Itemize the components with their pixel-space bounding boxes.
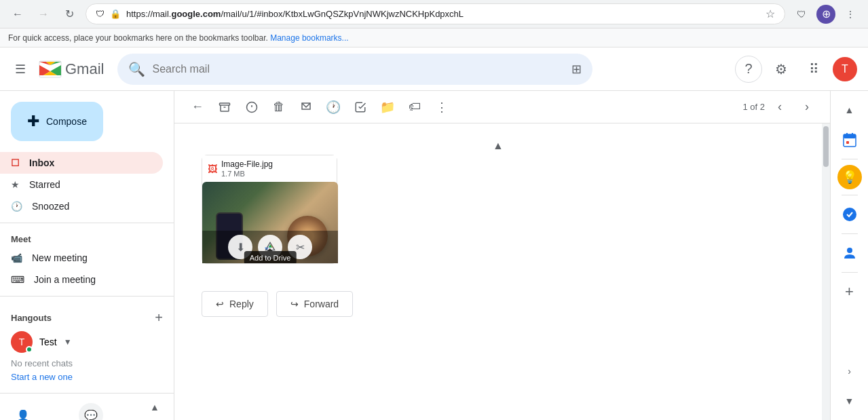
reply-icon: ↩ xyxy=(216,299,224,309)
forward-icon: ↪ xyxy=(290,299,299,309)
prev-email-button[interactable]: ‹ xyxy=(768,95,792,119)
gmail-m-icon xyxy=(38,57,62,81)
snooze-button[interactable]: 🕐 xyxy=(321,95,345,119)
reload-button[interactable]: ↻ xyxy=(60,5,79,24)
email-actions: ↩ Reply ↪ Forward xyxy=(202,280,795,328)
scrollbar-thumb[interactable] xyxy=(823,126,829,167)
scroll-down-button[interactable]: ▼ xyxy=(147,415,163,420)
mark-unread-button[interactable] xyxy=(294,95,318,119)
svg-point-14 xyxy=(847,248,852,253)
start-new-link[interactable]: Start a new one xyxy=(0,370,83,383)
next-email-button[interactable]: › xyxy=(795,95,819,119)
reply-label: Reply xyxy=(229,299,254,309)
sidebar-item-new-meeting[interactable]: 📹 New meeting xyxy=(0,247,163,269)
scroll-arrows: ▲ ▼ xyxy=(147,399,163,420)
email-content: ▲ 🖼 Image-File.jpg 1.7 MB xyxy=(174,123,822,420)
help-button[interactable]: ? xyxy=(735,56,762,83)
compose-button[interactable]: ✚ Compose xyxy=(11,102,103,141)
no-chats-text: No recent chats xyxy=(0,356,174,371)
delete-button[interactable]: 🗑 xyxy=(267,95,291,119)
shield-browser-icon[interactable]: 🛡 xyxy=(792,5,811,24)
attachment-image-preview: ⬇ xyxy=(202,182,338,263)
scrollbar-track[interactable] xyxy=(822,123,830,420)
search-icon: 🔍 xyxy=(128,61,145,77)
calendar-app-icon[interactable] xyxy=(836,126,863,153)
svg-rect-12 xyxy=(846,141,849,144)
sidebar-item-snoozed[interactable]: 🕐 Snoozed xyxy=(0,195,163,217)
sidebar-item-inbox[interactable]: ☐ Inbox xyxy=(0,152,163,174)
lock-icon: 🔒 xyxy=(110,9,121,19)
starred-label: Starred xyxy=(29,179,60,190)
menu-icon[interactable]: ⋮ xyxy=(841,5,860,24)
person-icon-button[interactable]: 👤 xyxy=(11,403,35,420)
sidebar-item-starred[interactable]: ★ Starred xyxy=(0,174,163,195)
forward-label: Forward xyxy=(304,299,339,309)
keep-app-icon[interactable]: 💡 xyxy=(837,165,862,189)
shield-icon: 🛡 xyxy=(96,9,105,19)
attachment-header: 🖼 Image-File.jpg 1.7 MB xyxy=(202,155,337,182)
snoozed-label: Snoozed xyxy=(32,201,69,212)
snoozed-icon: 🕐 xyxy=(11,201,22,212)
drive-button-container: Add to Drive xyxy=(258,235,282,259)
hangouts-add-button[interactable]: + xyxy=(155,310,163,326)
manage-bookmarks-link[interactable]: Manage bookmarks... xyxy=(270,33,348,43)
bookmarks-text: For quick access, place your bookmarks h… xyxy=(8,33,268,43)
forward-button[interactable]: ↪ Forward xyxy=(276,291,353,317)
attachment-size: 1.7 MB xyxy=(221,170,273,178)
profile-icon[interactable]: ⊕ xyxy=(816,5,835,24)
back-to-inbox-button[interactable]: ← xyxy=(185,95,210,119)
expand-sidebar-button[interactable]: › xyxy=(836,358,863,385)
inbox-label: Inbox xyxy=(29,157,54,168)
contacts-app-icon[interactable] xyxy=(836,240,863,267)
settings-button[interactable]: ⚙ xyxy=(768,56,795,83)
reply-button[interactable]: ↩ Reply xyxy=(202,291,268,317)
add-app-icon[interactable]: + xyxy=(836,278,863,305)
more-options-button[interactable]: ⋮ xyxy=(430,95,454,119)
video-icon: 📹 xyxy=(11,252,22,263)
hangouts-user[interactable]: T Test ▼ xyxy=(0,328,174,356)
search-input[interactable] xyxy=(152,63,565,75)
scroll-up-area: ▲ xyxy=(202,137,795,155)
tasks-app-icon[interactable] xyxy=(836,201,863,228)
hangouts-divider xyxy=(0,296,174,297)
bookmark-star-button[interactable]: ☆ xyxy=(766,7,775,20)
right-sidebar-scroll-down[interactable]: ▼ xyxy=(836,387,863,415)
email-panel: ← 🗑 🕐 📁 🏷 ⋮ 1 of 2 xyxy=(174,91,830,420)
right-sidebar-divider-4 xyxy=(842,272,858,273)
scroll-up-content-button[interactable]: ▲ xyxy=(493,140,504,152)
report-spam-button[interactable] xyxy=(240,95,264,119)
apps-button[interactable]: ⠿ xyxy=(800,56,827,83)
gmail-logo[interactable]: Gmail xyxy=(38,57,104,81)
chat-icon-button[interactable]: 💬 xyxy=(79,403,103,420)
avatar[interactable]: T xyxy=(833,57,857,81)
sidebar-item-join-meeting[interactable]: ⌨ Join a meeting xyxy=(0,269,163,290)
scroll-up-button[interactable]: ▲ xyxy=(147,399,163,415)
compose-label: Compose xyxy=(46,116,87,127)
hangouts-header: Hangouts + xyxy=(0,307,174,328)
archive-button[interactable] xyxy=(212,95,237,119)
labels-button[interactable]: 🏷 xyxy=(402,95,427,119)
attachment-card[interactable]: 🖼 Image-File.jpg 1.7 MB xyxy=(202,155,337,264)
compose-plus-icon: ✚ xyxy=(27,113,39,130)
right-sidebar-divider-2 xyxy=(842,195,858,195)
svg-rect-9 xyxy=(844,134,856,138)
back-button[interactable]: ← xyxy=(8,5,27,24)
keyboard-icon: ⌨ xyxy=(11,274,24,285)
starred-icon: ★ xyxy=(11,179,20,190)
right-sidebar-scroll-up[interactable]: ▲ xyxy=(836,96,863,123)
gmail-main: ✚ Compose ☐ Inbox ★ Starred 🕐 Snoozed Me… xyxy=(0,91,868,420)
add-to-tasks-button[interactable] xyxy=(348,95,373,119)
sidebar-bottom: 👤 💬 ▲ ▼ xyxy=(0,393,174,420)
search-bar[interactable]: 🔍 ⊞ xyxy=(117,54,592,85)
move-to-button[interactable]: 📁 xyxy=(375,95,400,119)
pagination-info: 1 of 2 xyxy=(742,102,765,112)
meet-section-label: Meet xyxy=(0,229,174,247)
address-bar[interactable]: 🛡 🔒 https://mail.google.com/mail/u/1/#in… xyxy=(86,3,785,24)
email-body-area: ▲ 🖼 Image-File.jpg 1.7 MB xyxy=(174,123,830,420)
header-right: ? ⚙ ⠿ T xyxy=(735,56,857,83)
svg-rect-3 xyxy=(220,103,230,105)
inbox-icon: ☐ xyxy=(11,157,20,168)
forward-button[interactable]: → xyxy=(34,5,53,24)
hamburger-button[interactable]: ☰ xyxy=(11,58,30,81)
filter-icon[interactable]: ⊞ xyxy=(571,62,582,77)
